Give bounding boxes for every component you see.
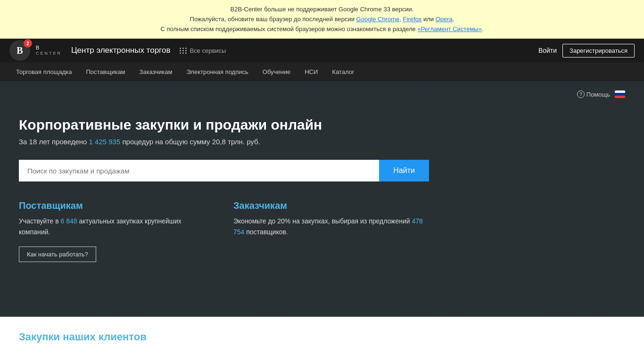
customers-title: Заказчикам (233, 200, 429, 211)
procedures-count: 1 425 935 (89, 138, 121, 146)
nav-item-catalog[interactable]: Каталог (325, 64, 361, 80)
hero-title: Корпоративные закупки и продажи онлайн (19, 117, 625, 133)
notice-line3: С полным списком поддерживаемых системой… (9, 25, 635, 34)
suppliers-title: Поставщикам (19, 200, 215, 211)
site-title: Центр электронных торгов (71, 46, 170, 55)
regulations-link[interactable]: «Регламент Системы» (417, 25, 481, 33)
logo-b-label: B (36, 45, 62, 50)
start-working-button[interactable]: Как начать работать? (19, 247, 96, 262)
top-header: B 2 B CENTER Центр электронных торгов Вс… (0, 39, 644, 62)
logo-area[interactable]: B 2 B CENTER Центр электронных торгов (9, 40, 170, 61)
notice-bar: B2B-Center больше не поддерживает Google… (0, 0, 644, 39)
notice-line2: Пожалуйста, обновите ваш браузер до посл… (9, 15, 635, 25)
firefox-link[interactable]: Firefox (403, 16, 422, 23)
chrome-link[interactable]: Google Chrome (356, 16, 400, 23)
suppliers-text: Участвуйте в 6 848 актуальных закупках к… (19, 216, 215, 237)
opera-link[interactable]: Opera (436, 16, 453, 23)
bottom-section: Закупки наших клиентов (0, 317, 644, 357)
clients-purchases-title: Закупки наших клиентов (19, 331, 625, 343)
search-input[interactable] (19, 160, 379, 181)
help-link[interactable]: ? Помощь (577, 90, 610, 98)
notice-line1: B2B-Center больше не поддерживает Google… (9, 5, 635, 15)
hero-subtitle: За 18 лет проведено 1 425 935 процедур н… (19, 138, 625, 146)
nav-bar: Торговая площадка Поставщикам Заказчикам… (0, 62, 644, 81)
hero-columns: Поставщикам Участвуйте в 6 848 актуальны… (19, 200, 429, 262)
nav-item-suppliers[interactable]: Поставщикам (79, 64, 132, 80)
search-button[interactable]: Найти (379, 160, 429, 181)
suppliers-count: 6 848 (61, 217, 77, 225)
russian-flag-icon (615, 90, 625, 98)
nav-item-nsi[interactable]: НСИ (298, 64, 324, 80)
suppliers-column: Поставщикам Участвуйте в 6 848 актуальны… (19, 200, 215, 262)
hero-section: ? Помощь Корпоративные закупки и продажи… (0, 81, 644, 317)
top-right-actions: Войти Зарегистрироваться (538, 44, 635, 58)
login-button[interactable]: Войти (538, 47, 557, 54)
nav-item-education[interactable]: Обучение (256, 64, 297, 80)
hero-top-right: ? Помощь (19, 90, 625, 98)
nav-item-signature[interactable]: Электронная подпись (180, 64, 255, 80)
logo-badge: 2 (24, 39, 32, 48)
logo-b-letter: B (17, 45, 23, 56)
logo-center-label: CENTER (36, 51, 62, 56)
help-circle-icon: ? (577, 90, 585, 98)
customers-text: Экономьте до 20% на закупках, выбирая из… (233, 216, 429, 237)
nav-item-marketplace[interactable]: Торговая площадка (9, 64, 78, 80)
search-bar: Найти (19, 160, 429, 181)
register-button[interactable]: Зарегистрироваться (562, 44, 635, 58)
nav-item-customers[interactable]: Заказчикам (133, 64, 179, 80)
logo-icon: B 2 (9, 40, 30, 61)
all-services-menu[interactable]: Все сервисы (180, 47, 226, 54)
logo-circle: B 2 (9, 40, 30, 61)
logo-center-text: B CENTER (36, 45, 62, 56)
grid-icon (180, 48, 187, 54)
customers-column: Заказчикам Экономьте до 20% на закупках,… (233, 200, 429, 262)
